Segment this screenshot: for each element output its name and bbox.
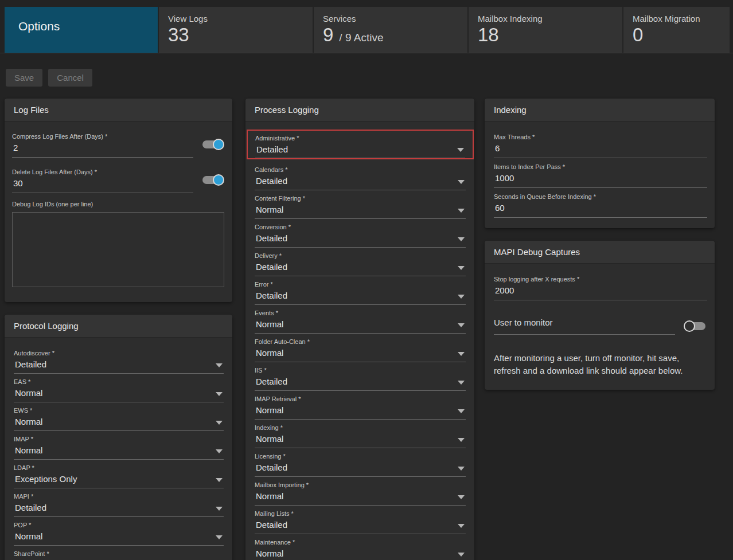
save-button[interactable]: Save — [6, 69, 42, 87]
administrative-value: Detailed — [255, 144, 465, 155]
chevron-down-icon — [216, 363, 223, 367]
chevron-down-icon — [458, 409, 465, 413]
compress-log-files-input[interactable]: Compress Log Files After (Days) * 2 — [12, 130, 193, 158]
stop-logging-field[interactable]: Stop logging after X requests * 2000 — [494, 272, 707, 300]
eas-select[interactable]: EAS * Normal — [14, 374, 224, 402]
indexing-select[interactable]: Indexing * Normal — [255, 420, 466, 448]
stop-logging-value[interactable]: 2000 — [494, 285, 707, 296]
chevron-down-icon — [458, 295, 465, 299]
ldap-select[interactable]: LDAP * Exceptions Only — [14, 460, 224, 488]
tab-mailbox-migration-count: 0 — [633, 24, 643, 46]
delete-log-files-value[interactable]: 30 — [12, 178, 193, 189]
stop-logging-label: Stop logging after X requests * — [494, 276, 707, 283]
tab-view-logs[interactable]: View Logs 33 — [159, 7, 313, 53]
indexing-value: Normal — [255, 433, 466, 445]
tab-options-label: Options — [18, 19, 144, 33]
iis-label: IIS * — [255, 367, 466, 374]
user-to-monitor-toggle[interactable] — [685, 322, 705, 330]
toggle-knob — [213, 174, 224, 186]
items-per-pass-label: Items to Index Per Pass * — [494, 163, 707, 171]
chevron-down-icon — [458, 524, 465, 528]
debug-log-ids-label: Debug Log IDs (one per line) — [12, 201, 223, 207]
process-logging-card-title: Process Logging — [245, 99, 474, 122]
ews-select[interactable]: EWS * Normal — [14, 403, 224, 431]
calendars-select[interactable]: Calendars * Detailed — [255, 162, 466, 190]
items-per-pass-value[interactable]: 1000 — [494, 173, 707, 184]
administrative-select[interactable]: Administrative * Detailed — [255, 131, 465, 158]
chevron-down-icon — [458, 180, 465, 184]
tab-mailbox-indexing[interactable]: Mailbox Indexing 18 — [469, 7, 622, 53]
delete-log-files-toggle[interactable] — [202, 176, 223, 184]
calendars-value: Detailed — [255, 175, 466, 187]
mailing-lists-select[interactable]: Mailing Lists * Detailed — [255, 506, 466, 534]
max-threads-value[interactable]: 6 — [494, 143, 707, 154]
tab-bar: Options View Logs 33 Services 9 / 9 Acti… — [0, 0, 733, 53]
content-filtering-select[interactable]: Content Filtering * Normal — [255, 191, 466, 219]
tab-mailbox-migration[interactable]: Mailbox Migration 0 — [623, 7, 730, 53]
maintenance-label: Maintenance * — [255, 539, 466, 546]
items-per-pass-field[interactable]: Items to Index Per Pass * 1000 — [494, 159, 707, 188]
conversion-value: Detailed — [255, 233, 466, 244]
chevron-down-icon — [216, 392, 223, 396]
cancel-button[interactable]: Cancel — [48, 69, 92, 87]
conversion-select[interactable]: Conversion * Detailed — [255, 220, 466, 248]
imap-retrieval-select[interactable]: IMAP Retrieval * Normal — [255, 391, 466, 420]
ews-label: EWS * — [14, 407, 224, 414]
delete-log-files-input[interactable]: Delete Log Files After (Days) * 30 — [12, 165, 193, 193]
error-value: Detailed — [255, 290, 466, 301]
chevron-down-icon — [216, 478, 223, 482]
chevron-down-icon — [458, 209, 465, 213]
mapi-value: Detailed — [14, 502, 224, 514]
focused-field-outline: Administrative * Detailed — [247, 130, 474, 159]
autodiscover-select[interactable]: Autodiscover * Detailed — [14, 346, 224, 374]
ldap-label: LDAP * — [14, 464, 224, 472]
seconds-in-queue-value[interactable]: 60 — [494, 202, 707, 214]
chevron-down-icon — [458, 467, 465, 471]
mailbox-importing-value: Normal — [255, 491, 466, 502]
chevron-down-icon — [458, 495, 465, 499]
compress-log-files-field: Compress Log Files After (Days) * 2 — [12, 130, 223, 158]
chevron-down-icon — [216, 421, 223, 425]
mapi-select[interactable]: MAPI * Detailed — [14, 489, 224, 517]
tab-services-count: 9 — [323, 24, 333, 46]
tab-options[interactable]: Options — [5, 7, 158, 53]
iis-value: Detailed — [255, 376, 466, 387]
folder-auto-clean-label: Folder Auto-Clean * — [255, 338, 466, 346]
indexing-card: Indexing Max Threads * 6 Items to Index … — [485, 99, 715, 228]
licensing-select[interactable]: Licensing * Detailed — [255, 449, 466, 477]
imap-select[interactable]: IMAP * Normal — [14, 432, 224, 460]
protocol-logging-card-title: Protocol Logging — [5, 315, 232, 338]
tab-services[interactable]: Services 9 / 9 Active — [314, 7, 467, 53]
chevron-down-icon — [458, 352, 465, 356]
max-threads-label: Max Threads * — [494, 134, 707, 141]
compress-log-files-toggle[interactable] — [202, 140, 223, 148]
maintenance-select[interactable]: Maintenance * Normal — [255, 535, 466, 560]
chevron-down-icon — [458, 438, 465, 442]
administrative-label: Administrative * — [255, 135, 465, 142]
sharepoint-select[interactable]: SharePoint * — [14, 546, 224, 560]
chevron-down-icon — [458, 553, 465, 557]
options-content: Log Files Compress Log Files After (Days… — [0, 87, 733, 560]
error-select[interactable]: Error * Detailed — [255, 277, 466, 305]
tab-view-logs-label: View Logs — [168, 14, 303, 24]
pop-select[interactable]: POP * Normal — [14, 518, 224, 546]
folder-auto-clean-select[interactable]: Folder Auto-Clean * Normal — [255, 334, 466, 362]
max-threads-field[interactable]: Max Threads * 6 — [494, 130, 707, 158]
debug-log-ids-textarea[interactable] — [12, 212, 224, 287]
tab-view-logs-count: 33 — [168, 24, 189, 46]
autodiscover-value: Detailed — [14, 359, 224, 370]
tab-mailbox-indexing-count: 18 — [478, 24, 499, 46]
pop-label: POP * — [14, 522, 224, 529]
log-files-card: Log Files Compress Log Files After (Days… — [5, 99, 232, 302]
autodiscover-label: Autodiscover * — [14, 350, 224, 357]
delivery-select[interactable]: Delivery * Detailed — [255, 248, 466, 276]
seconds-in-queue-field[interactable]: Seconds in Queue Before Indexing * 60 — [494, 189, 707, 218]
compress-log-files-value[interactable]: 2 — [12, 142, 193, 154]
user-to-monitor-input[interactable]: User to monitor — [494, 318, 675, 335]
iis-select[interactable]: IIS * Detailed — [255, 363, 466, 391]
mailing-lists-label: Mailing Lists * — [255, 510, 466, 518]
events-select[interactable]: Events * Normal — [255, 306, 466, 334]
licensing-value: Detailed — [255, 462, 466, 473]
eas-label: EAS * — [14, 378, 224, 386]
mailbox-importing-select[interactable]: Mailbox Importing * Normal — [255, 477, 466, 506]
